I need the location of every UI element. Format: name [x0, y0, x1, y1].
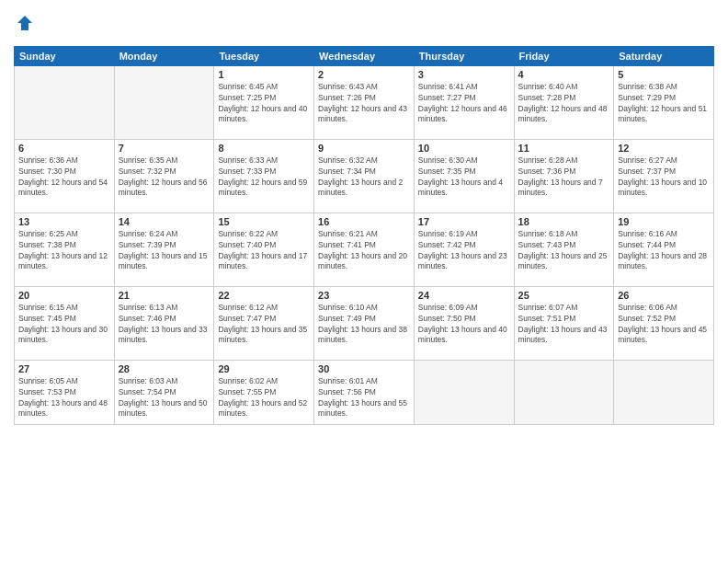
week-row: 27Sunrise: 6:05 AM Sunset: 7:53 PM Dayli…: [15, 360, 714, 424]
day-number: 13: [18, 216, 110, 227]
day-info: Sunrise: 6:22 AM Sunset: 7:40 PM Dayligh…: [218, 229, 310, 273]
header-day: Sunday: [15, 46, 115, 65]
day-info: Sunrise: 6:21 AM Sunset: 7:41 PM Dayligh…: [318, 229, 410, 273]
day-number: 1: [218, 69, 310, 80]
day-info: Sunrise: 6:35 AM Sunset: 7:32 PM Dayligh…: [119, 155, 210, 200]
calendar-table: SundayMondayTuesdayWednesdayThursdayFrid…: [14, 46, 714, 425]
header-day: Monday: [114, 46, 214, 65]
calendar-cell: 18Sunrise: 6:18 AM Sunset: 7:43 PM Dayli…: [514, 213, 614, 286]
calendar-cell: 25Sunrise: 6:07 AM Sunset: 7:51 PM Dayli…: [514, 286, 614, 360]
day-number: 2: [318, 69, 410, 80]
day-number: 24: [418, 290, 510, 301]
day-number: 23: [318, 290, 410, 301]
calendar-cell: 10Sunrise: 6:30 AM Sunset: 7:35 PM Dayli…: [414, 139, 514, 213]
header: [14, 14, 714, 37]
calendar-cell: [15, 65, 115, 139]
day-number: 28: [119, 363, 210, 374]
calendar-cell: 20Sunrise: 6:15 AM Sunset: 7:45 PM Dayli…: [15, 286, 115, 360]
calendar-cell: 29Sunrise: 6:02 AM Sunset: 7:55 PM Dayli…: [214, 360, 314, 424]
day-number: 11: [518, 143, 610, 154]
day-info: Sunrise: 6:19 AM Sunset: 7:42 PM Dayligh…: [418, 229, 510, 273]
week-row: 20Sunrise: 6:15 AM Sunset: 7:45 PM Dayli…: [15, 286, 714, 360]
day-number: 26: [618, 290, 710, 301]
calendar-cell: 12Sunrise: 6:27 AM Sunset: 7:37 PM Dayli…: [614, 139, 714, 213]
calendar-cell: [514, 360, 614, 424]
calendar-cell: 21Sunrise: 6:13 AM Sunset: 7:46 PM Dayli…: [114, 286, 214, 360]
day-info: Sunrise: 6:07 AM Sunset: 7:51 PM Dayligh…: [518, 303, 610, 347]
calendar-cell: [114, 65, 214, 139]
day-number: 10: [418, 143, 510, 154]
calendar-cell: 7Sunrise: 6:35 AM Sunset: 7:32 PM Daylig…: [114, 139, 214, 213]
calendar-cell: 15Sunrise: 6:22 AM Sunset: 7:40 PM Dayli…: [214, 213, 314, 286]
day-info: Sunrise: 6:38 AM Sunset: 7:29 PM Dayligh…: [618, 82, 710, 126]
day-info: Sunrise: 6:15 AM Sunset: 7:45 PM Dayligh…: [18, 303, 110, 347]
week-row: 1Sunrise: 6:45 AM Sunset: 7:25 PM Daylig…: [15, 65, 714, 139]
logo: [14, 14, 34, 37]
day-number: 18: [518, 216, 610, 227]
logo-text: [14, 14, 34, 37]
day-number: 8: [218, 143, 310, 154]
calendar-cell: 17Sunrise: 6:19 AM Sunset: 7:42 PM Dayli…: [414, 213, 514, 286]
day-info: Sunrise: 6:02 AM Sunset: 7:55 PM Dayligh…: [218, 376, 310, 420]
day-number: 6: [18, 143, 110, 154]
calendar-cell: 16Sunrise: 6:21 AM Sunset: 7:41 PM Dayli…: [314, 213, 415, 286]
day-number: 25: [518, 290, 610, 301]
calendar-cell: 24Sunrise: 6:09 AM Sunset: 7:50 PM Dayli…: [414, 286, 514, 360]
calendar-cell: 8Sunrise: 6:33 AM Sunset: 7:33 PM Daylig…: [214, 139, 314, 213]
calendar-cell: 14Sunrise: 6:24 AM Sunset: 7:39 PM Dayli…: [114, 213, 214, 286]
week-row: 13Sunrise: 6:25 AM Sunset: 7:38 PM Dayli…: [15, 213, 714, 286]
calendar-cell: 19Sunrise: 6:16 AM Sunset: 7:44 PM Dayli…: [614, 213, 714, 286]
calendar-cell: [414, 360, 514, 424]
day-number: 5: [618, 69, 710, 80]
header-day: Friday: [514, 46, 614, 65]
day-info: Sunrise: 6:27 AM Sunset: 7:37 PM Dayligh…: [618, 155, 710, 200]
day-number: 14: [119, 216, 210, 227]
calendar-cell: 6Sunrise: 6:36 AM Sunset: 7:30 PM Daylig…: [15, 139, 115, 213]
day-info: Sunrise: 6:13 AM Sunset: 7:46 PM Dayligh…: [119, 303, 210, 347]
calendar-cell: 27Sunrise: 6:05 AM Sunset: 7:53 PM Dayli…: [15, 360, 115, 424]
week-row: 6Sunrise: 6:36 AM Sunset: 7:30 PM Daylig…: [15, 139, 714, 213]
header-day: Saturday: [614, 46, 714, 65]
day-number: 4: [518, 69, 610, 80]
day-info: Sunrise: 6:40 AM Sunset: 7:28 PM Dayligh…: [518, 82, 610, 126]
day-number: 7: [119, 143, 210, 154]
day-number: 16: [318, 216, 410, 227]
day-number: 12: [618, 143, 710, 154]
day-info: Sunrise: 6:03 AM Sunset: 7:54 PM Dayligh…: [119, 376, 210, 420]
day-info: Sunrise: 6:18 AM Sunset: 7:43 PM Dayligh…: [518, 229, 610, 273]
calendar-cell: 22Sunrise: 6:12 AM Sunset: 7:47 PM Dayli…: [214, 286, 314, 360]
header-row: SundayMondayTuesdayWednesdayThursdayFrid…: [15, 46, 714, 65]
calendar-cell: 3Sunrise: 6:41 AM Sunset: 7:27 PM Daylig…: [414, 65, 514, 139]
day-info: Sunrise: 6:06 AM Sunset: 7:52 PM Dayligh…: [618, 303, 710, 347]
day-info: Sunrise: 6:25 AM Sunset: 7:38 PM Dayligh…: [18, 229, 110, 273]
day-info: Sunrise: 6:24 AM Sunset: 7:39 PM Dayligh…: [119, 229, 210, 273]
day-number: 19: [618, 216, 710, 227]
day-info: Sunrise: 6:28 AM Sunset: 7:36 PM Dayligh…: [518, 155, 610, 200]
day-number: 21: [119, 290, 210, 301]
day-number: 22: [218, 290, 310, 301]
calendar-cell: 23Sunrise: 6:10 AM Sunset: 7:49 PM Dayli…: [314, 286, 415, 360]
day-number: 20: [18, 290, 110, 301]
day-info: Sunrise: 6:36 AM Sunset: 7:30 PM Dayligh…: [18, 155, 110, 200]
calendar-cell: 26Sunrise: 6:06 AM Sunset: 7:52 PM Dayli…: [614, 286, 714, 360]
day-number: 27: [18, 363, 110, 374]
day-info: Sunrise: 6:05 AM Sunset: 7:53 PM Dayligh…: [18, 376, 110, 420]
day-info: Sunrise: 6:43 AM Sunset: 7:26 PM Dayligh…: [318, 82, 410, 126]
calendar-cell: 11Sunrise: 6:28 AM Sunset: 7:36 PM Dayli…: [514, 139, 614, 213]
day-info: Sunrise: 6:12 AM Sunset: 7:47 PM Dayligh…: [218, 303, 310, 347]
day-info: Sunrise: 6:33 AM Sunset: 7:33 PM Dayligh…: [218, 155, 310, 200]
day-number: 29: [218, 363, 310, 374]
calendar-cell: 28Sunrise: 6:03 AM Sunset: 7:54 PM Dayli…: [114, 360, 214, 424]
day-info: Sunrise: 6:30 AM Sunset: 7:35 PM Dayligh…: [418, 155, 510, 200]
day-info: Sunrise: 6:09 AM Sunset: 7:50 PM Dayligh…: [418, 303, 510, 347]
calendar-cell: 9Sunrise: 6:32 AM Sunset: 7:34 PM Daylig…: [314, 139, 415, 213]
day-info: Sunrise: 6:01 AM Sunset: 7:56 PM Dayligh…: [318, 376, 410, 420]
day-info: Sunrise: 6:41 AM Sunset: 7:27 PM Dayligh…: [418, 82, 510, 126]
calendar-cell: 2Sunrise: 6:43 AM Sunset: 7:26 PM Daylig…: [314, 65, 415, 139]
day-info: Sunrise: 6:10 AM Sunset: 7:49 PM Dayligh…: [318, 303, 410, 347]
svg-marker-0: [17, 16, 32, 30]
day-number: 9: [318, 143, 410, 154]
header-day: Wednesday: [314, 46, 415, 65]
page: SundayMondayTuesdayWednesdayThursdayFrid…: [0, 0, 728, 563]
calendar-cell: 5Sunrise: 6:38 AM Sunset: 7:29 PM Daylig…: [614, 65, 714, 139]
